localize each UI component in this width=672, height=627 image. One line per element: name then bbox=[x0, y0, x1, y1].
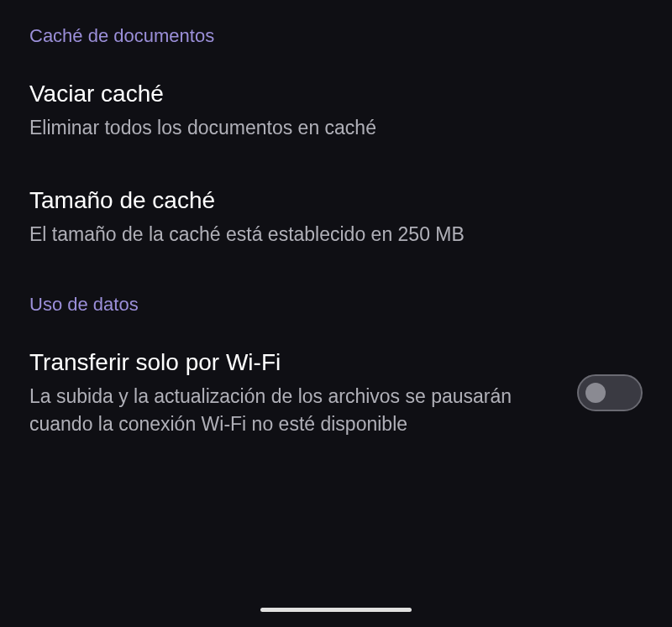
wifi-only-toggle[interactable] bbox=[577, 374, 643, 411]
section-header-data-usage: Uso de datos bbox=[29, 294, 643, 316]
setting-description: La subida y la actualización de los arch… bbox=[29, 383, 552, 436]
toggle-content: Transferir solo por Wi-Fi La subida y la… bbox=[29, 349, 552, 436]
setting-description: El tamaño de la caché está establecido e… bbox=[29, 221, 643, 248]
setting-title: Vaciar caché bbox=[29, 81, 643, 107]
settings-container: Caché de documentos Vaciar caché Elimina… bbox=[0, 0, 672, 509]
setting-title: Tamaño de caché bbox=[29, 187, 643, 214]
section-header-cache: Caché de documentos bbox=[29, 25, 643, 47]
setting-cache-size[interactable]: Tamaño de caché El tamaño de la caché es… bbox=[29, 187, 643, 248]
setting-title: Transferir solo por Wi-Fi bbox=[29, 349, 552, 376]
home-indicator[interactable] bbox=[260, 608, 412, 612]
toggle-thumb bbox=[585, 383, 606, 403]
setting-description: Eliminar todos los documentos en caché bbox=[29, 114, 643, 141]
setting-wifi-only[interactable]: Transferir solo por Wi-Fi La subida y la… bbox=[29, 349, 643, 436]
setting-clear-cache[interactable]: Vaciar caché Eliminar todos los document… bbox=[29, 81, 643, 141]
